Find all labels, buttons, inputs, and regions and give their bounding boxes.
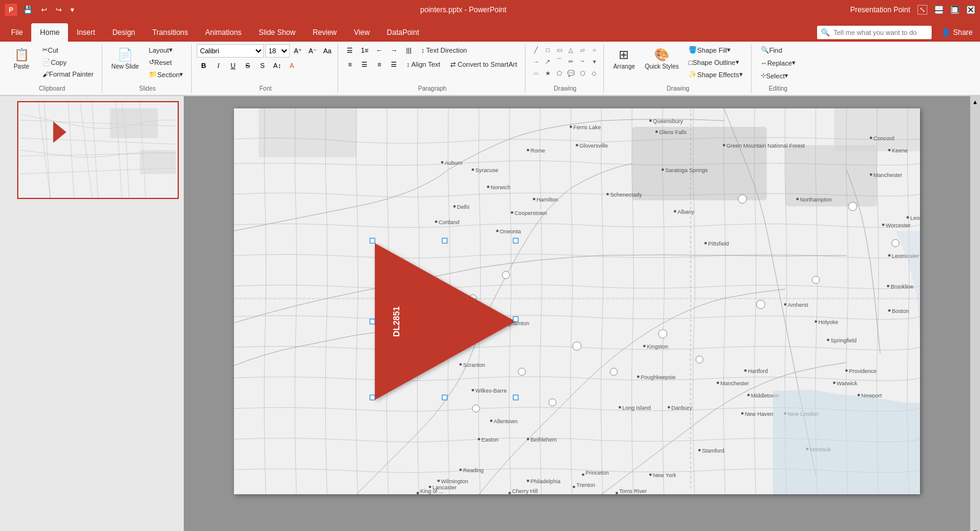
- shadow-button[interactable]: S: [255, 59, 269, 72]
- tab-datapoint[interactable]: DataPoint: [379, 23, 428, 42]
- undo-button[interactable]: ↩: [39, 4, 50, 15]
- minimize-button[interactable]: —: [935, 6, 943, 14]
- convert-smartart-button[interactable]: ⇄ Convert to SmartArt: [446, 59, 521, 70]
- tab-insert[interactable]: Insert: [68, 23, 104, 42]
- redo-button[interactable]: ↪: [53, 4, 64, 15]
- svg-point-151: [453, 205, 456, 208]
- svg-text:Auburn: Auburn: [445, 160, 462, 166]
- increase-indent-button[interactable]: →: [387, 44, 401, 56]
- justify-button[interactable]: ☰: [387, 58, 401, 70]
- resize-handle[interactable]: ⤡: [918, 5, 927, 15]
- save-button[interactable]: 💾: [21, 4, 35, 15]
- main-area: 1: [0, 96, 980, 531]
- columns-button[interactable]: |||: [402, 44, 415, 56]
- svg-rect-169: [370, 238, 375, 243]
- font-name-select[interactable]: Calibri: [197, 44, 264, 58]
- diamond-shape[interactable]: ◇: [589, 67, 600, 78]
- para-row-1: ☰ 1≡ ← → ||| ↕ Text Direction: [343, 44, 471, 56]
- editing-label: Editing: [753, 85, 804, 92]
- format-painter-button[interactable]: 🖌 Format Painter: [38, 69, 98, 80]
- svg-text:New Haven: New Haven: [745, 411, 774, 417]
- editing-group: 🔍 Find ↔ Replace ▾ ⊹ Select ▾ Editing: [753, 44, 804, 93]
- quick-styles-button[interactable]: 🎨 Quick Styles: [641, 44, 684, 73]
- font-color-button[interactable]: A: [285, 59, 298, 72]
- numbering-button[interactable]: 1≡: [358, 44, 371, 56]
- shape-effects-button[interactable]: ✨ Shape Effects ▾: [684, 69, 747, 80]
- copy-button[interactable]: 📄 Copy: [38, 56, 98, 68]
- share-button[interactable]: 👤 Share: [937, 26, 978, 39]
- bullets-button[interactable]: ☰: [343, 44, 356, 56]
- align-center-button[interactable]: ☰: [358, 58, 371, 70]
- rounded-rect-shape[interactable]: ▭: [554, 44, 565, 55]
- align-right-button[interactable]: ≡: [372, 58, 386, 70]
- underline-button[interactable]: U: [226, 59, 239, 72]
- layout-button[interactable]: Layout ▾: [145, 44, 188, 56]
- tab-slideshow[interactable]: Slide Show: [250, 23, 304, 42]
- triangle-shape[interactable]: △: [565, 44, 576, 55]
- shape-outline-button[interactable]: □ Shape Outline ▾: [684, 56, 747, 68]
- curve-shape[interactable]: ⌒: [554, 56, 565, 67]
- decrease-font-button[interactable]: A⁻: [306, 45, 319, 57]
- tell-me-input[interactable]: [830, 26, 928, 39]
- section-button[interactable]: 📁 Section ▾: [145, 69, 188, 80]
- select-button[interactable]: ⊹ Select ▾: [756, 70, 793, 81]
- tab-animations[interactable]: Animations: [197, 23, 250, 42]
- slide-thumbnail[interactable]: [17, 101, 179, 199]
- svg-point-24: [696, 356, 703, 363]
- tab-transitions[interactable]: Transitions: [144, 23, 197, 42]
- scribble-shape[interactable]: ~: [577, 56, 588, 67]
- new-slide-button[interactable]: 📄 New Slide: [107, 44, 143, 73]
- tab-file[interactable]: File: [2, 23, 31, 42]
- tab-view[interactable]: View: [345, 23, 379, 42]
- star-shape[interactable]: ★: [542, 67, 553, 78]
- scroll-down-button[interactable]: ▼: [972, 529, 978, 531]
- line-shape[interactable]: ╱: [530, 44, 541, 55]
- more-shapes[interactable]: ▾: [589, 56, 600, 67]
- paste-button[interactable]: 📋 Paste: [6, 44, 37, 73]
- cut-button[interactable]: ✂ Cut: [38, 44, 98, 56]
- tab-review[interactable]: Review: [304, 23, 345, 42]
- parallelogram-shape[interactable]: ▱: [577, 44, 588, 55]
- svg-point-97: [527, 438, 529, 440]
- reset-button[interactable]: ↺ Reset: [145, 56, 188, 68]
- align-left-button[interactable]: ≡: [343, 58, 356, 70]
- svg-point-47: [496, 230, 499, 232]
- svg-point-129: [570, 126, 572, 128]
- tab-design[interactable]: Design: [104, 23, 143, 42]
- align-text-button[interactable]: ↕ Align Text: [402, 59, 444, 70]
- svg-point-91: [459, 363, 462, 366]
- shapes-grid: ╱ □ ▭ △ ▱ ○ → ↗ ⌒ ✏ ~ ▾ ⌓ ★ ⬠ 💬 ⬡: [530, 44, 600, 78]
- decrease-indent-button[interactable]: ←: [372, 44, 386, 56]
- right-scrollbar[interactable]: ▲ ▼: [970, 96, 980, 531]
- arrow-shape[interactable]: →: [530, 56, 541, 67]
- callout-shape[interactable]: 💬: [565, 67, 576, 78]
- replace-button[interactable]: ↔ Replace ▾: [756, 57, 800, 69]
- freeform-shape[interactable]: ✏: [565, 56, 576, 67]
- scroll-up-button[interactable]: ▲: [972, 99, 978, 105]
- font-size-select[interactable]: 18: [265, 44, 290, 58]
- font-label: Font: [193, 85, 337, 92]
- tab-home[interactable]: Home: [31, 23, 68, 42]
- italic-button[interactable]: I: [211, 59, 225, 72]
- bold-button[interactable]: B: [197, 59, 210, 72]
- restore-button[interactable]: ❐: [951, 6, 959, 14]
- arc-shape[interactable]: ⌓: [530, 67, 541, 78]
- rect-shape[interactable]: □: [542, 44, 553, 55]
- connector-shape[interactable]: ↗: [542, 56, 553, 67]
- pentagon-shape[interactable]: ⬠: [554, 67, 565, 78]
- slide-canvas[interactable]: Syracuse Gloversville Hamilton Schenecta…: [234, 108, 920, 494]
- customize-qat-button[interactable]: ▾: [68, 4, 77, 15]
- spacing-button[interactable]: A↕: [270, 59, 284, 72]
- text-direction-button[interactable]: ↕ Text Direction: [417, 45, 471, 56]
- increase-font-button[interactable]: A⁺: [291, 45, 304, 57]
- strikethrough-button[interactable]: S: [241, 59, 254, 72]
- arrange-button[interactable]: ⊞ Arrange: [609, 44, 639, 73]
- hexagon-shape[interactable]: ⬡: [577, 67, 588, 78]
- font-group: Calibri 18 A⁺ A⁻ Aa B I U S S A↕ A: [193, 44, 338, 93]
- clear-format-button[interactable]: Aa: [320, 45, 334, 57]
- svg-text:Cherry Hill: Cherry Hill: [512, 488, 538, 494]
- shape-fill-button[interactable]: 🪣 Shape Fill ▾: [684, 44, 747, 56]
- find-button[interactable]: 🔍 Find: [756, 44, 786, 56]
- ellipse-shape[interactable]: ○: [589, 44, 600, 55]
- close-button[interactable]: ✕: [967, 6, 975, 14]
